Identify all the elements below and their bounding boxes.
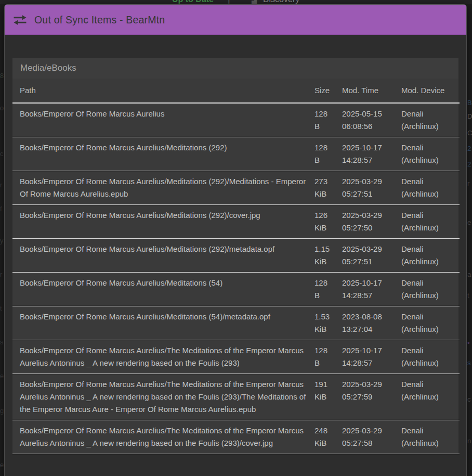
column-header-path: Path xyxy=(12,79,310,103)
backdrop-fragment: c xyxy=(467,395,471,403)
table-row: Books/Emperor Of Rome Marcus Aurelius/Me… xyxy=(12,171,460,205)
item-mod-time: 2025-10-17 14:28:57 xyxy=(338,273,397,306)
backdrop-fragment: n xyxy=(467,437,471,445)
item-size: 1.15 KiB xyxy=(310,239,338,273)
table-row: Books/Emperor Of Rome Marcus Aurelius/Th… xyxy=(12,340,460,374)
backdrop-fragment: • xyxy=(467,339,470,347)
backdrop-fragment: e xyxy=(0,461,4,469)
backdrop-fragment: r xyxy=(0,181,2,189)
column-header-mod-device: Mod. Device xyxy=(397,79,460,103)
discovery-label: Discovery xyxy=(263,0,299,4)
backdrop-fragment: e xyxy=(0,372,4,380)
out-of-sync-modal: Out of Sync Items - BearMtn Media/eBooks… xyxy=(4,4,467,476)
item-mod-device: Denali (Archlinux) xyxy=(397,205,460,239)
item-path: Books/Emperor Of Rome Marcus Aurelius/Me… xyxy=(12,273,310,306)
table-row: Books/Emperor Of Rome Marcus Aurelius/Th… xyxy=(12,374,460,420)
item-mod-device: Denali (Archlinux) xyxy=(397,306,460,340)
backdrop-fragment: a xyxy=(467,271,471,278)
item-mod-time: 2025-10-17 14:28:57 xyxy=(338,340,397,374)
item-size: 126 KiB xyxy=(310,205,338,239)
backdrop-fragment: 2 xyxy=(467,160,471,168)
modal-header: Out of Sync Items - BearMtn xyxy=(5,5,466,35)
item-mod-device: Denali (Archlinux) xyxy=(397,137,460,171)
backdrop-fragment: t xyxy=(0,304,2,312)
item-size: 191 KiB xyxy=(310,374,338,420)
item-path: Books/Emperor Of Rome Marcus Aurelius/Me… xyxy=(12,137,310,171)
item-mod-device: Denali (Archlinux) xyxy=(397,239,460,273)
item-mod-device: Denali (Archlinux) xyxy=(397,420,460,454)
modal-title: Out of Sync Items - BearMtn xyxy=(34,14,165,26)
item-size: 128 B xyxy=(310,137,338,171)
item-path: Books/Emperor Of Rome Marcus Aurelius/Th… xyxy=(12,420,310,454)
table-row: Books/Emperor Of Rome Marcus Aurelius/Me… xyxy=(12,306,460,340)
item-size: 1.53 KiB xyxy=(310,306,338,340)
item-mod-device: Denali (Archlinux) xyxy=(397,171,460,205)
item-mod-device: Denali (Archlinux) xyxy=(397,273,460,306)
status-divider: | xyxy=(228,0,230,4)
item-mod-time: 2025-03-29 05:27:50 xyxy=(338,205,397,239)
backdrop-fragment: f xyxy=(0,205,2,213)
item-path: Books/Emperor Of Rome Marcus Aurelius xyxy=(12,103,310,137)
item-path: Books/Emperor Of Rome Marcus Aurelius/Me… xyxy=(12,306,310,340)
item-size: 128 B xyxy=(310,340,338,374)
folder-panel-title: Media/eBooks xyxy=(12,58,458,79)
backdrop-fragment: s xyxy=(467,359,471,367)
item-path: Books/Emperor Of Rome Marcus Aurelius/Me… xyxy=(12,205,310,239)
column-header-mod-time: Mod. Time xyxy=(338,79,397,103)
table-row: Books/Emperor Of Rome Marcus Aurelius/Me… xyxy=(12,273,460,306)
table-row: Books/Emperor Of Rome Marcus Aurelius/Me… xyxy=(12,137,460,171)
item-size: 128 B xyxy=(310,273,338,306)
table-row: Books/Emperor Of Rome Marcus Aurelius/Me… xyxy=(12,205,460,239)
backdrop-fragment: o xyxy=(0,104,4,112)
discovery-signal-icon: ▟ xyxy=(252,0,257,4)
item-mod-time: 2025-03-29 05:27:59 xyxy=(338,374,397,420)
table-header-row: Path Size Mod. Time Mod. Device xyxy=(12,79,460,103)
out-of-sync-items-table: Path Size Mod. Time Mod. Device Books/Em… xyxy=(12,79,460,454)
folder-panel: Media/eBooks Path Size Mod. Time Mod. De… xyxy=(12,58,458,454)
item-path: Books/Emperor Of Rome Marcus Aurelius/Th… xyxy=(12,340,310,374)
backdrop-fragment: c xyxy=(0,150,4,158)
item-mod-time: 2025-10-17 14:28:57 xyxy=(338,137,397,171)
item-path: Books/Emperor Of Rome Marcus Aurelius/Me… xyxy=(12,171,310,205)
item-size: 248 KiB xyxy=(310,420,338,454)
backdrop-fragment: r xyxy=(0,271,2,278)
backdrop-fragment: 8 xyxy=(0,72,4,80)
table-row: Books/Emperor Of Rome Marcus Aurelius/Me… xyxy=(12,239,460,273)
item-mod-time: 2023-08-08 13:27:04 xyxy=(338,306,397,340)
backdrop-fragment: B xyxy=(467,99,472,107)
backdrop-fragment: C xyxy=(467,129,472,137)
item-size: 273 KiB xyxy=(310,171,338,205)
column-header-size: Size xyxy=(310,79,338,103)
folder-status-up-to-date: Up to Date xyxy=(172,0,214,4)
table-row: Books/Emperor Of Rome Marcus Aurelius/Th… xyxy=(12,420,460,454)
backdrop-fragment: g xyxy=(0,407,4,415)
item-mod-device: Denali (Archlinux) xyxy=(397,374,460,420)
exchange-arrows-icon xyxy=(14,15,27,25)
item-path: Books/Emperor Of Rome Marcus Aurelius/Me… xyxy=(12,239,310,273)
item-path: Books/Emperor Of Rome Marcus Aurelius/Th… xyxy=(12,374,310,420)
item-mod-time: 2025-03-29 05:27:58 xyxy=(338,420,397,454)
backdrop-fragment: r xyxy=(467,179,469,187)
backdrop-fragment: y xyxy=(0,237,4,245)
item-mod-time: 2025-03-29 05:27:51 xyxy=(338,171,397,205)
item-mod-time: 2025-05-15 06:08:56 xyxy=(338,103,397,137)
backdrop-fragment: s xyxy=(0,338,4,346)
backdrop-fragment: 2 xyxy=(467,145,471,152)
backdrop-fragment: t xyxy=(467,291,469,299)
background-status-bar: Up to Date | ▟ Discovery xyxy=(0,0,472,4)
item-mod-device: Denali (Archlinux) xyxy=(397,340,460,374)
item-size: 128 B xyxy=(310,103,338,137)
table-row: Books/Emperor Of Rome Marcus Aurelius 12… xyxy=(12,103,460,137)
item-mod-time: 2025-03-29 05:27:51 xyxy=(338,239,397,273)
backdrop-fragment: D xyxy=(467,112,472,120)
modal-scroll-body[interactable]: Media/eBooks Path Size Mod. Time Mod. De… xyxy=(5,35,466,454)
backdrop-fragment: e xyxy=(467,218,471,226)
item-mod-device: Denali (Archlinux) xyxy=(397,103,460,137)
